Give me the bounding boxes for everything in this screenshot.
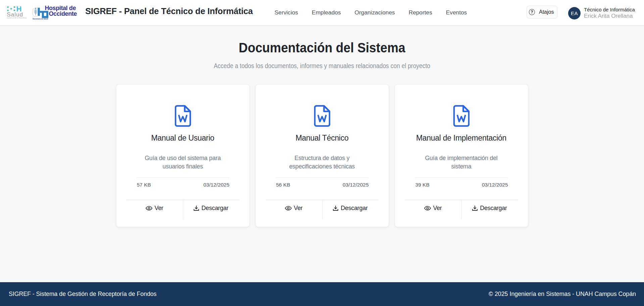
svg-text:Gobierno de la República: Gobierno de la República (7, 17, 27, 19)
svg-text:Secretaría de Salud: Secretaría de Salud (33, 18, 48, 20)
svg-text:Occidente: Occidente (49, 10, 77, 17)
